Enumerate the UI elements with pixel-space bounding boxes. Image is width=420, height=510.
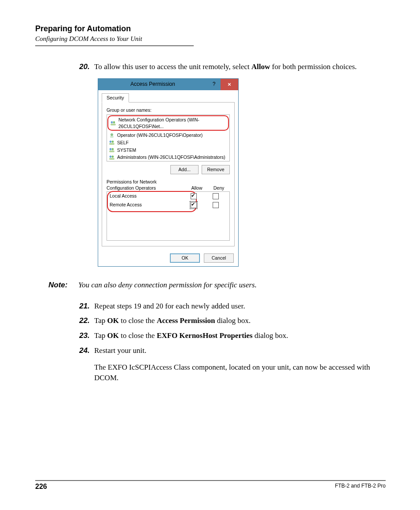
permission-row: Local Access xyxy=(107,192,229,200)
permission-name: Local Access xyxy=(110,193,183,199)
svg-rect-4 xyxy=(110,136,114,138)
cancel-button[interactable]: Cancel xyxy=(204,253,234,263)
group-icon xyxy=(109,139,115,146)
note: Note: You can also deny connection permi… xyxy=(48,280,385,290)
note-text: You can also deny connection permission … xyxy=(78,280,257,290)
list-item[interactable]: Network Configuration Operators (WIN-26C… xyxy=(107,115,229,131)
group-users-label: Group or user names: xyxy=(107,107,230,114)
checkbox-allow[interactable] xyxy=(191,193,197,199)
group-icon xyxy=(109,147,115,153)
group-icon xyxy=(109,154,115,161)
footer-rule xyxy=(35,480,386,481)
step-20: 20. To allow this user to access the uni… xyxy=(79,62,385,72)
checkbox-deny[interactable] xyxy=(213,193,219,199)
step-21: 21. Repeat steps 19 and 20 for each newl… xyxy=(79,301,385,312)
svg-point-12 xyxy=(112,155,114,158)
svg-point-8 xyxy=(110,148,112,150)
svg-rect-13 xyxy=(109,158,114,160)
svg-rect-10 xyxy=(109,150,114,152)
step-number: 21. xyxy=(79,301,94,312)
svg-rect-7 xyxy=(109,143,114,145)
list-item[interactable]: Operator (WIN-26CUL1QFOSF\Operator) xyxy=(107,132,229,139)
step-24: 24. Restart your unit. xyxy=(79,345,385,356)
checkbox-deny[interactable] xyxy=(213,202,219,208)
note-label: Note: xyxy=(48,280,78,290)
svg-rect-2 xyxy=(111,124,116,125)
closing-paragraph: The EXFO IcSCPIAccess Class component, l… xyxy=(94,362,385,383)
step-23: 23. Tap OK to close the EXFO KernosHost … xyxy=(79,330,385,341)
list-item-label: SELF xyxy=(117,139,129,146)
step-text: Repeat steps 19 and 20 for each newly ad… xyxy=(94,301,385,312)
col-allow: Allow xyxy=(186,185,208,191)
svg-point-11 xyxy=(110,155,112,158)
dialog-title: Access Permission xyxy=(98,81,207,88)
list-item[interactable]: SELF xyxy=(107,139,229,147)
page-title: Preparing for Automation xyxy=(35,24,385,33)
help-button[interactable]: ? xyxy=(207,81,221,88)
permission-row: Remote Access xyxy=(107,200,229,209)
ok-button[interactable]: OK xyxy=(170,253,200,263)
dialog-titlebar: Access Permission ? × xyxy=(98,79,238,90)
step-number: 20. xyxy=(79,62,94,72)
close-button[interactable]: × xyxy=(221,79,238,90)
step-text: Restart your unit. xyxy=(94,345,385,356)
col-deny: Deny xyxy=(208,185,230,191)
tab-security[interactable]: Security xyxy=(102,93,129,103)
list-item[interactable]: SYSTEM xyxy=(107,147,229,154)
step-22: 22. Tap OK to close the Access Permissio… xyxy=(79,316,385,326)
users-listbox[interactable]: Network Configuration Operators (WIN-26C… xyxy=(107,114,230,161)
svg-point-0 xyxy=(111,121,113,123)
list-item-label: Network Configuration Operators (WIN-26C… xyxy=(118,117,226,129)
step-text: Tap OK to close the EXFO KernosHost Prop… xyxy=(94,330,385,341)
svg-point-1 xyxy=(113,121,115,123)
svg-point-3 xyxy=(111,133,113,136)
header-rule xyxy=(35,45,194,46)
permissions-label: Permissions for Network Configuration Op… xyxy=(107,179,230,191)
svg-point-9 xyxy=(112,148,114,150)
group-icon xyxy=(110,120,116,126)
list-item-label: Administrators (WIN-26CUL1QFOSF\Administ… xyxy=(117,154,225,161)
remove-button[interactable]: Remove xyxy=(202,165,230,174)
list-item-label: SYSTEM xyxy=(117,147,136,154)
list-item-label: Operator (WIN-26CUL1QFOSF\Operator) xyxy=(117,132,203,139)
user-icon xyxy=(109,132,115,139)
svg-point-6 xyxy=(112,141,114,143)
list-item[interactable]: Administrators (WIN-26CUL1QFOSF\Administ… xyxy=(107,154,229,161)
page-subtitle: Configuring DCOM Access to Your Unit xyxy=(35,35,385,43)
add-button[interactable]: Add... xyxy=(170,165,199,174)
permissions-listbox[interactable]: Local Access Remote Access xyxy=(107,191,230,241)
step-number: 24. xyxy=(79,345,94,356)
step-text: Tap OK to close the Access Permission di… xyxy=(94,316,385,326)
step-number: 22. xyxy=(79,316,94,326)
page-number: 226 xyxy=(35,483,47,491)
step-number: 23. xyxy=(79,330,94,341)
access-permission-dialog: Access Permission ? × Security Group or … xyxy=(98,78,239,267)
checkbox-allow[interactable] xyxy=(191,202,197,208)
svg-point-5 xyxy=(110,141,112,143)
step-text: To allow this user to access the unit re… xyxy=(94,62,385,72)
product-name: FTB-2 and FTB-2 Pro xyxy=(335,483,386,491)
permission-name: Remote Access xyxy=(110,202,183,208)
